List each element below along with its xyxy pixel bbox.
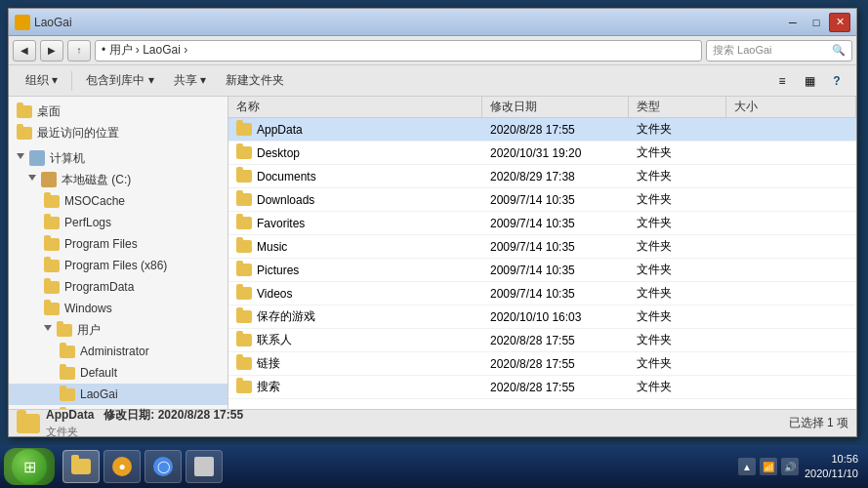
main-area: 桌面 最近访问的位置 计算机 本地磁盘 (C:) — [9, 97, 856, 409]
file-date: 2020/8/28 17:55 — [482, 118, 629, 141]
table-row[interactable]: AppData2020/8/28 17:55文件夹 — [228, 118, 856, 142]
sidebar-item-administrator[interactable]: Administrator — [9, 341, 227, 362]
file-type: 文件夹 — [629, 165, 726, 187]
file-list: AppData2020/8/28 17:55文件夹Desktop2020/10/… — [228, 118, 856, 409]
forward-button[interactable]: ▶ — [40, 40, 63, 61]
users-icon — [57, 324, 72, 337]
sidebar-item-local-c[interactable]: 本地磁盘 (C:) — [9, 169, 227, 190]
table-row[interactable]: Videos2009/7/14 10:35文件夹 — [228, 282, 856, 305]
table-row[interactable]: 联系人2020/8/28 17:55文件夹 — [228, 329, 856, 352]
search-box[interactable]: 搜索 LaoGai 🔍 — [706, 40, 852, 61]
sidebar-item-computer[interactable]: 计算机 — [9, 147, 227, 169]
header-name[interactable]: 名称 — [228, 97, 482, 117]
preview-name: AppData 修改日期: 2020/8/28 17:55 — [46, 407, 243, 424]
table-row[interactable]: Music2009/7/14 10:35文件夹 — [228, 235, 856, 259]
table-row[interactable]: Desktop2020/10/31 19:20文件夹 — [228, 142, 856, 165]
share-button[interactable]: 共享 ▾ — [165, 68, 215, 94]
taskbar-right: ▲ 📶 🔊 10:56 2020/11/10 — [738, 452, 864, 482]
header-size[interactable]: 大小 — [726, 97, 856, 117]
file-name: Documents — [257, 170, 316, 183]
organize-button[interactable]: 组织 ▾ — [17, 68, 66, 94]
table-row[interactable]: 链接2020/8/28 17:55文件夹 — [228, 352, 856, 376]
taskbar-browser-icon: ● — [112, 457, 132, 476]
taskbar-item-app4[interactable] — [186, 450, 223, 483]
taskbar-item-chrome[interactable]: ◯ — [145, 450, 182, 483]
file-name: 保存的游戏 — [257, 308, 315, 325]
folder-icon — [236, 170, 252, 183]
taskbar-item-explorer[interactable] — [62, 450, 100, 483]
taskbar-item-browser[interactable]: ● — [103, 450, 141, 483]
computer-section: 计算机 本地磁盘 (C:) MSOCache PerfLogs P — [9, 147, 227, 409]
table-row[interactable]: 搜索2020/8/28 17:55文件夹 — [228, 376, 856, 399]
taskbar-folder-icon — [71, 459, 91, 474]
table-row[interactable]: Downloads2009/7/14 10:35文件夹 — [228, 188, 856, 212]
taskbar-app4-icon — [194, 457, 214, 476]
table-row[interactable]: Pictures2009/7/14 10:35文件夹 — [228, 259, 856, 282]
tray-icon-2: 📶 — [760, 458, 777, 475]
file-name: Videos — [257, 287, 292, 301]
view-list-button[interactable]: ≡ — [770, 70, 794, 92]
sidebar-label-program-files: Program Files — [64, 237, 138, 251]
sidebar-item-programdata[interactable]: ProgramData — [9, 276, 227, 298]
preview-meta2: 文件夹 — [46, 425, 243, 439]
file-date: 2009/7/14 10:35 — [482, 212, 629, 234]
taskbar-clock: 10:56 2020/11/10 — [805, 452, 858, 482]
file-date: 2020/10/10 16:03 — [482, 305, 629, 328]
help-button[interactable]: ? — [825, 70, 848, 92]
folder-icon — [236, 146, 252, 159]
clock-date: 2020/11/10 — [805, 467, 858, 481]
view-details-button[interactable]: ▦ — [798, 70, 821, 92]
table-row[interactable]: Favorites2009/7/14 10:35文件夹 — [228, 212, 856, 235]
tray-icons: ▲ 📶 🔊 — [738, 458, 799, 475]
desktop-icon — [17, 105, 32, 118]
sidebar-item-program-files-x86[interactable]: Program Files (x86) — [9, 255, 227, 276]
table-row[interactable]: Documents2020/8/29 17:38文件夹 — [228, 165, 856, 188]
windows-icon — [44, 303, 60, 315]
file-date: 2020/8/28 17:55 — [482, 329, 629, 351]
up-button[interactable]: ↑ — [67, 40, 91, 61]
sidebar-item-program-files[interactable]: Program Files — [9, 233, 227, 255]
minimize-button[interactable]: ─ — [782, 13, 804, 32]
administrator-icon — [60, 346, 75, 358]
table-row[interactable]: 保存的游戏2020/10/10 16:03文件夹 — [228, 305, 856, 329]
sidebar-item-msocache[interactable]: MSOCache — [9, 190, 227, 212]
back-button[interactable]: ◀ — [13, 40, 36, 61]
titlebar-controls: ─ □ ✕ — [782, 13, 850, 32]
file-size — [726, 212, 856, 234]
sidebar-item-default[interactable]: Default — [9, 362, 227, 384]
close-button[interactable]: ✕ — [829, 13, 850, 32]
sidebar-item-users[interactable]: 用户 — [9, 319, 227, 341]
file-header: 名称 修改日期 类型 大小 — [228, 97, 856, 118]
preview-text: AppData 修改日期: 2020/8/28 17:55 文件夹 — [46, 407, 243, 439]
library-button[interactable]: 包含到库中 ▾ — [77, 68, 162, 94]
file-size — [726, 235, 856, 258]
file-name: AppData — [257, 123, 303, 137]
start-button[interactable]: ⊞ — [4, 448, 55, 485]
program-files-icon — [44, 238, 60, 251]
clock-time: 10:56 — [805, 452, 858, 467]
new-folder-button[interactable]: 新建文件夹 — [217, 68, 293, 94]
sidebar-item-perflogs[interactable]: PerfLogs — [9, 212, 227, 233]
preview-folder-icon — [17, 414, 40, 433]
file-type: 文件夹 — [629, 118, 726, 141]
folder-icon — [236, 357, 252, 370]
file-type: 文件夹 — [629, 142, 726, 164]
folder-icon — [236, 264, 252, 276]
file-name: Music — [257, 240, 287, 254]
sidebar-item-windows[interactable]: Windows — [9, 298, 227, 319]
sidebar-label-perflogs: PerfLogs — [64, 216, 111, 229]
sidebar-item-recent[interactable]: 最近访问的位置 — [9, 122, 227, 143]
file-size — [726, 305, 856, 328]
titlebar: LaoGai ─ □ ✕ — [9, 9, 856, 36]
address-path[interactable]: • 用户 › LaoGai › — [95, 40, 702, 61]
folder-icon — [236, 123, 252, 136]
header-type[interactable]: 类型 — [629, 97, 726, 117]
start-orb: ⊞ — [12, 449, 47, 484]
file-type: 文件夹 — [629, 282, 726, 305]
header-date[interactable]: 修改日期 — [482, 97, 629, 117]
file-size — [726, 259, 856, 281]
sidebar-item-desktop[interactable]: 桌面 — [9, 101, 227, 122]
sidebar-item-laogai[interactable]: LaoGai — [9, 384, 227, 405]
maximize-button[interactable]: □ — [806, 13, 827, 32]
recent-icon — [17, 127, 32, 140]
